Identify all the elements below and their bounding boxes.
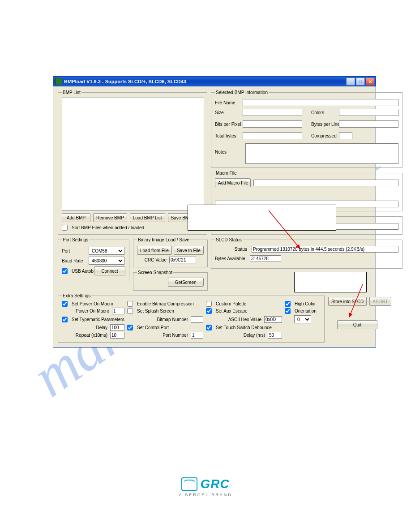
maximize-button[interactable]: □ xyxy=(356,77,365,86)
set-splash-label: Set Splash Screen xyxy=(137,309,174,313)
logo-area: GRC A SERCEL BRAND xyxy=(0,477,411,497)
compressed-label: Compressed xyxy=(311,133,339,138)
high-color-checkbox[interactable] xyxy=(285,301,291,307)
bpp-label: Bits per Pixel xyxy=(215,122,243,127)
bytes-avail-value xyxy=(250,255,281,262)
ascii-input[interactable] xyxy=(264,316,282,323)
set-splash-checkbox[interactable] xyxy=(127,308,133,314)
baud-select[interactable]: 460800 xyxy=(89,257,124,265)
annotation-box-1 xyxy=(188,205,336,231)
minimize-button[interactable]: _ xyxy=(346,77,355,86)
delayms-input[interactable] xyxy=(268,332,282,339)
close-button[interactable]: ✕ xyxy=(366,77,375,86)
bpl-label: Bytes per Line xyxy=(311,122,339,127)
sort-bmp-label: Sort BMP Files when added / loaded xyxy=(72,225,144,230)
enable-bmpcomp-checkbox[interactable] xyxy=(127,301,133,307)
notes-textarea[interactable] xyxy=(245,143,398,164)
bmp-listbox[interactable] xyxy=(62,98,204,210)
connect-button[interactable]: Connect xyxy=(94,266,125,275)
orientation-label: Orientation xyxy=(295,309,317,313)
crc-label: CRC Value xyxy=(145,257,167,262)
colors-label: Colors xyxy=(311,110,339,115)
repeat-label: Repeat (x10ms) xyxy=(76,333,107,338)
port-settings-group: Port Settings Port COM58 Baud Rate 46080… xyxy=(58,237,129,281)
delay-label: Delay xyxy=(96,325,107,330)
set-aux-checkbox[interactable] xyxy=(206,308,212,314)
size-label: Size xyxy=(215,110,243,115)
port-label: Port xyxy=(62,249,86,253)
macro-file-legend: Macro File xyxy=(215,171,238,176)
titlebar[interactable]: BMPload V1.9.3 - Supports SLCD/+, SLCD6,… xyxy=(53,77,376,86)
delayms-label: Delay (ms) xyxy=(244,333,265,338)
portnum-input[interactable] xyxy=(191,332,203,339)
remove-bmp-button[interactable]: Remove BMP xyxy=(93,213,127,222)
custom-palette-checkbox[interactable] xyxy=(206,301,212,307)
totalbytes-label: Total bytes xyxy=(215,133,243,138)
add-macro-button[interactable]: Add Macro File xyxy=(215,178,251,187)
portnum-label: Port Number xyxy=(163,333,188,338)
screen-snapshot-legend: Screen Snapshot xyxy=(137,270,173,275)
bmp-info-group: Selected BMP Information File Name Size … xyxy=(211,90,402,168)
save-to-file-button[interactable]: Save to File xyxy=(174,246,204,255)
abort-button[interactable]: ABORT xyxy=(369,297,391,306)
bytes-avail-label: Bytes Available xyxy=(215,256,247,261)
filename-label: File Name xyxy=(215,100,243,105)
ascii-label: ASCII Hex Value xyxy=(228,317,261,322)
notes-label: Notes xyxy=(215,143,243,154)
slcd-status-group: SLCD Status Status Bytes Available xyxy=(211,237,402,269)
set-typematic-checkbox[interactable] xyxy=(62,317,68,322)
usb-autobaud-label: USB Autobaud xyxy=(72,269,91,274)
add-bmp-button[interactable]: Add BMP xyxy=(62,213,90,222)
load-bmplist-button[interactable]: Load BMP List xyxy=(130,213,165,222)
set-aux-label: Set Aux Escape xyxy=(216,309,248,313)
pom-label: Power On Macro xyxy=(76,309,109,313)
status-value xyxy=(252,246,398,253)
macro-file-field xyxy=(253,180,398,186)
bmp-list-group: BMP List Add BMP Remove BMP Load BMP Lis… xyxy=(58,90,207,235)
bmpnum-input[interactable] xyxy=(191,316,203,323)
getscreen-button[interactable]: GetScreen xyxy=(168,278,204,287)
set-touch-label: Set Touch Switch Debounce xyxy=(216,325,272,330)
app-window: BMPload V1.9.3 - Supports SLCD/+, SLCD6,… xyxy=(53,76,376,348)
crc-value xyxy=(169,257,196,263)
bmp-list-legend: BMP List xyxy=(62,90,81,95)
compressed-value xyxy=(339,132,352,139)
port-select[interactable]: COM58 xyxy=(89,247,124,255)
store-slcd-button[interactable]: Store into SLCD xyxy=(328,297,367,306)
window-title: BMPload V1.9.3 - Supports SLCD/+, SLCD6,… xyxy=(64,79,346,84)
delay-input[interactable] xyxy=(110,324,124,331)
set-ctrlport-label: Set Control Port xyxy=(137,325,169,330)
sort-bmp-checkbox[interactable] xyxy=(62,225,68,231)
bmp-info-legend: Selected BMP Information xyxy=(215,90,269,95)
high-color-label: High Color xyxy=(295,301,316,306)
slcd-status-legend: SLCD Status xyxy=(215,237,243,242)
size-value xyxy=(243,109,302,116)
filename-value xyxy=(243,99,398,106)
orientation-select[interactable]: 0 xyxy=(294,315,311,323)
set-touch-checkbox[interactable] xyxy=(206,325,212,330)
set-typematic-label: Set Typematic Parameters xyxy=(72,317,124,322)
grc-logo-text: GRC xyxy=(200,477,229,491)
binary-image-legend: Binary Image Load / Save xyxy=(137,237,190,242)
grc-logo-subtitle: A SERCEL BRAND xyxy=(0,493,411,497)
usb-autobaud-checkbox[interactable] xyxy=(62,268,68,274)
app-icon xyxy=(55,78,62,85)
orientation-checkbox[interactable] xyxy=(285,308,291,314)
grc-logo-icon xyxy=(181,477,197,491)
extra-settings-legend: Extra Settings xyxy=(62,293,91,298)
quit-button[interactable]: Quit xyxy=(337,320,377,329)
status-label: Status xyxy=(215,247,247,252)
set-pom-label: Set Power On Macro xyxy=(72,301,113,306)
repeat-input[interactable] xyxy=(110,332,124,339)
baud-label: Baud Rate xyxy=(62,258,86,263)
annotation-box-2 xyxy=(294,272,367,292)
custom-palette-label: Custom Palette xyxy=(216,301,246,306)
extra-settings-group: Extra Settings Set Power On Macro Enable… xyxy=(58,293,325,343)
set-ctrlport-checkbox[interactable] xyxy=(127,325,133,330)
pom-input[interactable] xyxy=(112,308,124,314)
set-pom-checkbox[interactable] xyxy=(62,301,68,307)
binary-image-group: Binary Image Load / Save Load from File … xyxy=(133,237,208,267)
screen-snapshot-group: Screen Snapshot GetScreen xyxy=(133,270,208,291)
enable-bmpcomp-label: Enable Bitmap Compression xyxy=(137,301,194,306)
load-from-file-button[interactable]: Load from File xyxy=(137,246,172,255)
